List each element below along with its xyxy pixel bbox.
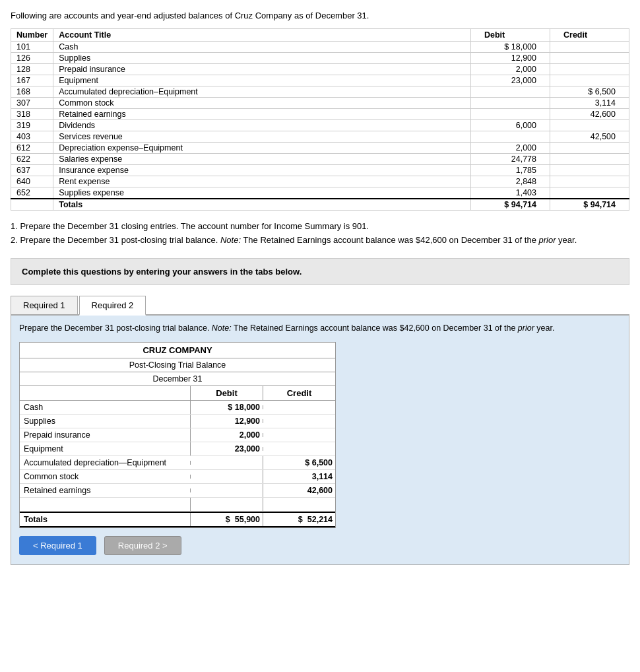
account-row: 318 Retained earnings 42,600 <box>11 109 629 120</box>
tb-col-headers: Debit Credit <box>20 386 335 401</box>
account-debit: 6,000 <box>471 120 550 131</box>
tb-col-credit-header: Credit <box>263 386 335 400</box>
desc-note: Note: <box>212 323 232 333</box>
tab-required-1[interactable]: Required 1 <box>11 296 78 314</box>
account-credit <box>550 75 629 86</box>
tb-row-debit: 23,000 <box>190 442 263 455</box>
tb-row-account: Common stock <box>20 470 190 483</box>
account-row: 101 Cash $ 18,000 <box>11 42 629 53</box>
tb-row-debit: $ 18,000 <box>190 401 263 414</box>
tab-content-required2: Prepare the December 31 post-closing tri… <box>11 316 629 566</box>
account-number: 307 <box>11 98 53 109</box>
tb-data-row: Cash $ 18,000 <box>20 401 335 415</box>
account-credit <box>550 187 629 199</box>
tb-row-credit <box>263 405 335 409</box>
account-debit <box>471 109 550 120</box>
tb-empty-debit <box>190 498 263 511</box>
account-title: Depreciation expense–Equipment <box>53 143 471 154</box>
tabs-row: Required 1 Required 2 <box>11 296 629 316</box>
account-debit <box>471 86 550 98</box>
col-number: Number <box>11 29 53 42</box>
account-credit: 42,600 <box>550 109 629 120</box>
account-number: 622 <box>11 154 53 165</box>
account-title: Retained earnings <box>53 109 471 120</box>
desc-end: year. <box>536 323 554 333</box>
account-row: 128 Prepaid insurance 2,000 <box>11 64 629 75</box>
account-row: 640 Rent expense 2,848 <box>11 176 629 187</box>
trial-balance-table: CRUZ COMPANY Post-Closing Trial Balance … <box>19 342 336 528</box>
tb-row-account: Accumulated depreciation—Equipment <box>20 456 190 469</box>
instruction-2: 2. Prepare the December 31 post-closing … <box>11 234 629 248</box>
account-credit <box>550 53 629 64</box>
tb-empty-credit <box>263 498 335 511</box>
account-debit: 24,778 <box>471 154 550 165</box>
tb-data-row: Retained earnings 42,600 <box>20 484 335 498</box>
tb-row-debit: 12,900 <box>190 415 263 428</box>
next-button[interactable]: Required 2 > <box>104 536 181 555</box>
account-debit: 1,403 <box>471 187 550 199</box>
tb-row-credit <box>263 447 335 451</box>
totals-row: Totals $ 94,714 $ 94,714 <box>11 199 629 211</box>
account-title: Prepaid insurance <box>53 64 471 75</box>
col-account-title: Account Title <box>53 29 471 42</box>
trial-balance-wrapper: CRUZ COMPANY Post-Closing Trial Balance … <box>19 342 621 528</box>
account-title: Insurance expense <box>53 165 471 176</box>
totals-debit: $ 94,714 <box>471 199 550 211</box>
tb-row-debit: 2,000 <box>190 428 263 442</box>
tb-company: CRUZ COMPANY <box>20 343 335 358</box>
col-debit: Debit <box>471 29 550 42</box>
col-credit: Credit <box>550 29 629 42</box>
account-debit: 2,000 <box>471 143 550 154</box>
tb-row-credit <box>263 433 335 437</box>
tb-row-credit <box>263 419 335 423</box>
account-credit <box>550 120 629 131</box>
desc-part1: Prepare the December 31 post-closing tri… <box>19 323 209 333</box>
account-number: 168 <box>11 86 53 98</box>
tb-totals-credit: $ 52,214 <box>263 513 335 526</box>
account-credit: $ 6,500 <box>550 86 629 98</box>
account-debit: 2,848 <box>471 176 550 187</box>
desc-prior: prior <box>518 323 534 333</box>
account-credit <box>550 165 629 176</box>
desc-part2: The Retained Earnings account balance wa… <box>234 323 515 333</box>
intro-text: Following are accounts and year-end adju… <box>11 11 629 20</box>
tb-data-row: Equipment 23,000 <box>20 442 335 456</box>
account-number: 403 <box>11 131 53 143</box>
totals-label: Totals <box>53 199 471 211</box>
tab-required-2[interactable]: Required 2 <box>79 296 146 316</box>
account-title: Supplies <box>53 53 471 64</box>
account-row: 168 Accumulated depreciation–Equipment $… <box>11 86 629 98</box>
accounts-table: Number Account Title Debit Credit 101 Ca… <box>11 28 629 211</box>
tb-row-credit: 42,600 <box>263 484 335 497</box>
tb-row-credit: 3,114 <box>263 470 335 483</box>
account-title: Common stock <box>53 98 471 109</box>
account-row: 319 Dividends 6,000 <box>11 120 629 131</box>
tb-data-row: Supplies 12,900 <box>20 415 335 428</box>
instructions: 1. Prepare the December 31 closing entri… <box>11 220 629 248</box>
tb-empty-account <box>20 498 190 511</box>
tb-row-credit: $ 6,500 <box>263 456 335 469</box>
account-number: 612 <box>11 143 53 154</box>
tb-totals-credit-symbol: $ <box>298 515 303 524</box>
account-title: Accumulated depreciation–Equipment <box>53 86 471 98</box>
account-row: 637 Insurance expense 1,785 <box>11 165 629 176</box>
tb-row-account: Cash <box>20 401 190 414</box>
account-credit <box>550 64 629 75</box>
tb-totals-row: Totals $ 55,900 $ 52,214 <box>20 512 335 527</box>
account-row: 126 Supplies 12,900 <box>11 53 629 64</box>
account-row: 622 Salaries expense 24,778 <box>11 154 629 165</box>
tb-date: December 31 <box>20 372 335 386</box>
account-debit <box>471 98 550 109</box>
account-debit: 2,000 <box>471 64 550 75</box>
account-debit <box>471 131 550 143</box>
account-credit <box>550 143 629 154</box>
account-row: 307 Common stock 3,114 <box>11 98 629 109</box>
prev-button[interactable]: < Required 1 <box>19 536 96 555</box>
tb-data-row: Accumulated depreciation—Equipment $ 6,5… <box>20 456 335 470</box>
account-title: Dividends <box>53 120 471 131</box>
tb-row-debit <box>190 488 263 492</box>
account-credit <box>550 154 629 165</box>
tb-totals-debit: $ 55,900 <box>190 513 263 526</box>
tb-row-account: Prepaid insurance <box>20 428 190 442</box>
account-credit <box>550 176 629 187</box>
